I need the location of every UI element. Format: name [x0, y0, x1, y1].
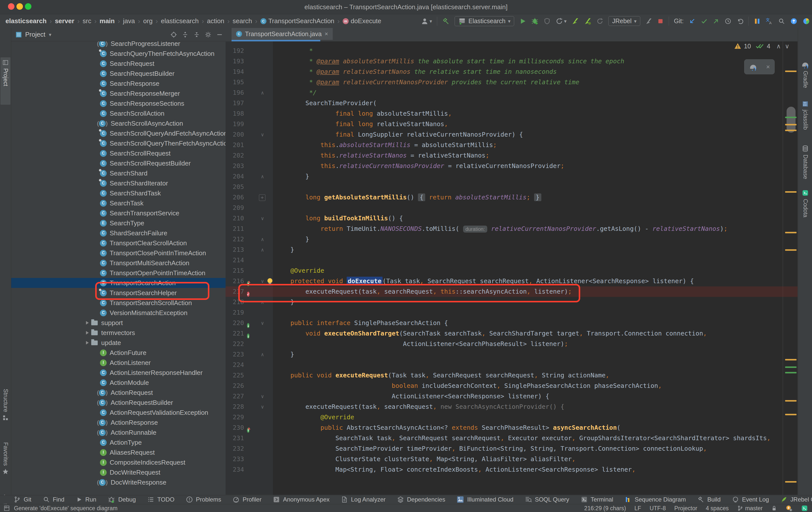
breadcrumb-item-org[interactable]: org — [143, 17, 153, 25]
code-line-211[interactable]: 211 return TimeUnit.NANOSECONDS.toMillis… — [226, 224, 798, 234]
error-stripe-mark[interactable] — [785, 124, 796, 125]
code-line-205[interactable]: 205 — [226, 182, 798, 192]
tree-item-ActionListenerResponseHandler[interactable]: CActionListenerResponseHandler — [11, 368, 226, 378]
stripe-button-database[interactable]: Database — [800, 145, 811, 179]
stripe-button-codota[interactable]: Codota — [800, 190, 811, 217]
rerun-button[interactable] — [597, 18, 603, 25]
tree-item-TransportClearScrollAction[interactable]: CTransportClearScrollAction — [11, 238, 226, 248]
collapse-icon[interactable] — [193, 31, 200, 38]
locate-icon[interactable] — [170, 31, 177, 38]
code-line-222[interactable]: 222 ActionListener<SearchPhaseResult> li… — [226, 339, 798, 349]
toolwindow-button-run[interactable]: Run — [76, 496, 96, 503]
tree-item-ActionListener[interactable]: IActionListener — [11, 358, 226, 368]
tree-item-TransportSearchScrollAction[interactable]: CTransportSearchScrollAction — [11, 298, 226, 308]
fold-marker[interactable]: ∧ — [257, 297, 267, 307]
code-line-227[interactable]: 227∨ ActionListener<SearchResponse> list… — [226, 391, 798, 402]
code-line-201[interactable]: 201 this.absoluteStartMillis = absoluteS… — [226, 140, 798, 150]
code-line-232[interactable]: 232 SearchTimeProvider timeProvider, BiF… — [226, 444, 798, 454]
stripe-button-project[interactable]: Project — [0, 57, 10, 105]
status-projector[interactable]: Projector — [674, 505, 697, 512]
fold-marker[interactable]: ∧ — [257, 245, 267, 255]
code-line-202[interactable]: 202 this.relativeStartNanos = relativeSt… — [226, 150, 798, 161]
error-stripe-mark[interactable] — [785, 372, 796, 373]
code-line-196[interactable]: 196∧ */ — [226, 87, 798, 98]
toolwindow-button-git[interactable]: Git — [14, 496, 31, 503]
intention-bulb-icon[interactable] — [267, 278, 272, 283]
tree-item-TransportMultiSearchAction[interactable]: CTransportMultiSearchAction — [11, 258, 226, 268]
chevron-right-icon[interactable] — [86, 321, 89, 324]
code-line-193[interactable]: 193 * @param absoluteStartMillis the abs… — [226, 56, 798, 66]
jrebel-select[interactable]: JRebel▾ — [608, 16, 640, 26]
tree-item-SearchShard[interactable]: CSearchShard — [11, 168, 226, 178]
fold-marker[interactable]: ∧ — [257, 234, 267, 245]
jrebel-inactive-button[interactable] — [645, 18, 652, 25]
code-line-192[interactable]: 192 * — [226, 46, 798, 56]
toolwindow-button-problems[interactable]: Problems — [186, 496, 221, 503]
breadcrumb-item-action[interactable]: action — [207, 17, 224, 25]
breadcrumb-item-server[interactable]: server — [55, 17, 74, 25]
code-line-203[interactable]: 203 this.relativeCurrentNanosProvider = … — [226, 161, 798, 171]
toolwindow-button-event-log[interactable]: Event Log — [732, 496, 769, 503]
breadcrumb-item-elasticsearch[interactable]: elasticsearch — [161, 17, 199, 25]
run-button[interactable] — [519, 18, 526, 25]
tree-item-termvectors[interactable]: termvectors — [11, 328, 226, 338]
toolwindow-button-jrebel-console[interactable]: JRebel Console — [780, 496, 812, 503]
breadcrumb-item-src[interactable]: src — [83, 17, 91, 25]
tree-item-DocWriteResponse[interactable]: (C)DocWriteResponse — [11, 477, 226, 487]
run-with-coverage-button[interactable] — [544, 18, 551, 25]
fold-marker[interactable]: ∨ — [257, 276, 267, 286]
status-readonly-lock[interactable] — [771, 505, 777, 511]
code-line-230[interactable]: 230↑ public AbstractSearchAsyncAction<? … — [226, 423, 798, 433]
debug-button[interactable] — [531, 18, 539, 25]
jrebel-debug-button[interactable] — [584, 18, 591, 25]
code-line-231[interactable]: 231 SearchTask task, SearchRequest searc… — [226, 433, 798, 444]
status-caret-position[interactable]: 216:29 (9 chars) — [584, 505, 626, 512]
tree-item-ShardSearchFailure[interactable]: CShardSearchFailure — [11, 228, 226, 238]
gradle-reload-widget[interactable]: × — [744, 59, 775, 74]
jrebel-changed-line-icon[interactable]: ✓ — [247, 292, 250, 296]
breadcrumb-item-doexecute[interactable]: mdoExecute — [343, 17, 381, 25]
tree-item-SearchResponseMerger[interactable]: CSearchResponseMerger — [11, 88, 226, 98]
chevron-right-icon[interactable] — [86, 341, 89, 344]
code-line-216[interactable]: 216↑∨ protected void doExecute(Task task… — [226, 276, 798, 286]
tree-item-SearchProgressListener[interactable]: (C)SearchProgressListener — [11, 41, 226, 49]
tree-item-support[interactable]: support — [11, 318, 226, 328]
tree-item-ActionType[interactable]: CActionType — [11, 437, 226, 448]
code-line-217[interactable]: 217✓ executeRequest(task, searchRequest,… — [226, 286, 798, 297]
tree-item-AliasesRequest[interactable]: IAliasesRequest — [11, 448, 226, 457]
stripe-button-structure[interactable]: Structure — [0, 389, 10, 441]
error-stripe-mark[interactable] — [785, 414, 796, 415]
breadcrumb-item-java[interactable]: java — [123, 17, 135, 25]
code-line-195[interactable]: 195 * @param relativeCurrentNanosProvide… — [226, 77, 798, 87]
close-icon[interactable]: × — [766, 63, 770, 71]
gradle-refresh-icon[interactable] — [749, 63, 757, 70]
toolwindow-button-terminal[interactable]: Terminal — [581, 496, 613, 503]
code-line-224[interactable]: 224 — [226, 360, 798, 370]
chevron-right-icon[interactable] — [86, 331, 89, 335]
implementing-method-icon[interactable]: ↓ — [247, 334, 250, 339]
commit-button[interactable] — [701, 18, 707, 25]
tree-item-update[interactable]: update — [11, 338, 226, 348]
rollback-button[interactable] — [736, 18, 744, 25]
tree-item-SearchRequest[interactable]: CSearchRequest — [11, 59, 226, 68]
user-menu[interactable]: ▾ — [421, 18, 432, 25]
toolwindow-button-anonymous-apex[interactable]: Anonymous Apex — [273, 496, 329, 503]
toolwindow-button-log-analyzer[interactable]: Log Analyzer — [341, 496, 385, 503]
error-stripe-mark[interactable] — [785, 191, 796, 193]
fold-marker[interactable]: ∨ — [257, 391, 267, 402]
expand-icon[interactable] — [182, 31, 189, 38]
error-stripe-mark[interactable] — [785, 249, 796, 251]
toolwindow-button-dependencies[interactable]: Dependencies — [397, 496, 445, 503]
code-line-206[interactable]: 206+ long getAbsoluteStartMillis() { ret… — [226, 192, 798, 203]
gear-icon[interactable] — [205, 31, 211, 38]
breadcrumb-item-transportsearchaction[interactable]: CTransportSearchAction — [260, 17, 335, 25]
error-stripe-mark[interactable] — [785, 117, 796, 118]
toolwindow-button-debug[interactable]: Debug — [108, 496, 136, 503]
tree-item-SearchTask[interactable]: CSearchTask — [11, 198, 226, 208]
upload-button[interactable] — [790, 18, 798, 25]
overriding-method-icon[interactable]: ↑ — [247, 281, 250, 286]
prev-problem-icon[interactable]: ∧ — [776, 42, 781, 50]
fold-marker[interactable]: ∨ — [257, 130, 267, 140]
search-everywhere-button[interactable] — [778, 18, 785, 25]
stripe-button-favorites[interactable]: Favorites — [0, 442, 10, 496]
